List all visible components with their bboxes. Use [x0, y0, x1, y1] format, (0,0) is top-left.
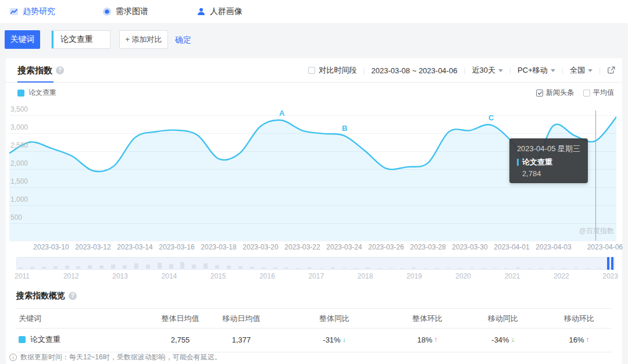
- sparkline-bar: [273, 267, 277, 269]
- sparkline-bar: [158, 263, 162, 269]
- card-header: 搜索指数 对比时间段 2023-03-08 ~ 2023-04-06 近30天: [6, 58, 622, 83]
- crosshair-line: [595, 110, 596, 241]
- news-marker-C[interactable]: C: [488, 113, 494, 122]
- nav-item-demand-graph[interactable]: 需求图谱: [102, 0, 148, 23]
- sparkline-bar: [99, 266, 104, 269]
- radar-dot-icon: [102, 7, 112, 16]
- x-axis-label: 2023-03-12: [75, 243, 110, 251]
- legend-row: 论文查重 新闻头条 平均值: [6, 83, 622, 102]
- timeline-year-label: 2023: [602, 272, 618, 280]
- x-axis-label: 2023-04-06: [587, 243, 623, 251]
- sparkline-bar: [65, 266, 69, 269]
- x-axis-label: 2023-03-20: [242, 243, 278, 251]
- x-axis-label: 2023-03-24: [326, 243, 362, 251]
- keyword-input-box: [51, 30, 110, 49]
- sparkline-bar: [539, 268, 543, 269]
- x-axis-label: 2023-03-18: [201, 243, 236, 251]
- sparkline-bar: [204, 263, 208, 269]
- x-axis-labels: 2023-03-102023-03-122023-03-142023-03-16…: [6, 243, 622, 252]
- col-overall-daily: 整体日均值: [151, 313, 209, 324]
- row-mobile-mom: 16%↑: [547, 336, 612, 344]
- sparkline-bar: [354, 268, 358, 269]
- sparkline-bar: [19, 267, 23, 269]
- news-marker-B[interactable]: B: [342, 124, 347, 133]
- y-axis-label: 2,000: [10, 159, 28, 167]
- help-icon[interactable]: [69, 292, 77, 300]
- toggle-label: 平均值: [593, 88, 614, 98]
- tooltip-date: 2023-04-05 星期三: [517, 144, 580, 154]
- chevron-down-icon: [498, 69, 503, 72]
- legend-swatch: [17, 90, 24, 97]
- col-mobile-mom: 移动环比: [547, 313, 612, 324]
- sparkline-bar: [597, 268, 601, 269]
- tab-search-index[interactable]: 搜索指数: [17, 58, 64, 83]
- sparkline-bar: [527, 268, 531, 269]
- col-mobile-daily: 移动日均值: [209, 313, 273, 324]
- time-range-select[interactable]: 近30天: [472, 65, 503, 76]
- overview-table-row: 论文查重 2,755 1,377 -31%↓ 18%↑ -34%↓ 16%↑: [16, 327, 612, 352]
- x-axis-label: 2023-03-30: [452, 243, 487, 251]
- timeline-year-labels: 2011201220132014201520162017201820192020…: [16, 272, 615, 281]
- trend-chart-plot[interactable]: 2023-04-05 星期三 论文查重 2,784 @百度指数 5001,000…: [9, 108, 616, 241]
- date-range[interactable]: 2023-03-08 ~ 2023-04-06: [372, 66, 458, 75]
- tab-label: 搜索指数: [17, 58, 52, 83]
- timeline-year-label: 2011: [15, 272, 30, 280]
- nav-label: 人群画像: [210, 6, 242, 17]
- row-keyword-label: 论文查重: [30, 334, 60, 345]
- sparkline-bar: [377, 268, 381, 269]
- legend-label: 论文查重: [28, 88, 56, 98]
- help-icon[interactable]: [56, 66, 64, 74]
- sparkline-bar: [42, 267, 46, 269]
- sparkline-bar: [111, 265, 115, 269]
- sparkline-bar: [88, 265, 92, 269]
- sparkline-bar: [169, 264, 173, 269]
- news-marker-A[interactable]: A: [279, 109, 284, 117]
- info-icon: [9, 354, 17, 361]
- keyword-input[interactable]: [53, 35, 110, 44]
- y-axis-label: 2,500: [10, 141, 28, 149]
- news-headlines-toggle[interactable]: 新闻头条: [536, 88, 574, 98]
- row-mobile-yoy: -34%↓: [459, 336, 547, 344]
- timeline-year-label: 2020: [455, 272, 471, 280]
- sparkline-bar: [308, 267, 312, 269]
- watermark: @百度指数: [579, 226, 614, 236]
- scrubber-handle-right[interactable]: [611, 257, 613, 270]
- y-axis-label: 500: [10, 213, 22, 222]
- sparkline-bar: [30, 267, 34, 269]
- sparkline-bar: [412, 267, 416, 269]
- x-axis-label: 2023-04-03: [536, 243, 571, 251]
- sparkline-bar: [319, 268, 323, 269]
- sparkline-bar: [76, 266, 80, 269]
- tooltip-series-color: [517, 159, 519, 166]
- x-axis-label: 2023-04-01: [494, 243, 529, 251]
- confirm-link[interactable]: 确定: [175, 35, 191, 45]
- compare-period-checkbox[interactable]: 对比时间段: [308, 65, 356, 76]
- series-legend[interactable]: 论文查重: [17, 88, 56, 98]
- chevron-down-icon: [551, 69, 555, 72]
- data-update-footnote: 数据更新时间：每天12~16时，受数据波动影响，可能会有延迟。: [9, 352, 222, 362]
- y-axis-label: 1,000: [10, 195, 28, 204]
- timeline-scrubber[interactable]: [16, 257, 615, 270]
- y-axis-label: 1,500: [10, 177, 28, 185]
- external-link-icon[interactable]: [607, 66, 615, 74]
- tooltip-value: 2,784: [517, 169, 580, 178]
- nav-item-crowd-portrait[interactable]: 人群画像: [197, 0, 242, 23]
- scrubber-handle-left[interactable]: [607, 257, 609, 270]
- keyword-button[interactable]: 关键词: [5, 30, 40, 49]
- add-compare-button[interactable]: + 添加对比: [119, 30, 168, 49]
- col-keyword: 关键词: [16, 313, 151, 324]
- average-toggle[interactable]: 平均值: [583, 88, 614, 98]
- compare-period-label: 对比时间段: [319, 65, 356, 76]
- sparkline-bar: [296, 268, 300, 269]
- device-select[interactable]: PC+移动: [518, 65, 555, 76]
- divider: [509, 66, 511, 74]
- row-overall-mom: 18%↑: [395, 336, 459, 344]
- region-select[interactable]: 全国: [570, 65, 593, 76]
- timeline-year-label: 2012: [63, 272, 79, 280]
- search-index-card: 搜索指数 对比时间段 2023-03-08 ~ 2023-04-06 近30天: [6, 58, 622, 364]
- nav-item-trend-research[interactable]: 趋势研究: [9, 0, 55, 23]
- checkbox-icon: [583, 90, 590, 97]
- sparkline-bar: [504, 268, 508, 269]
- checkbox-icon: [308, 67, 315, 74]
- chart-controls: 对比时间段 2023-03-08 ~ 2023-04-06 近30天 PC+移动…: [308, 58, 615, 83]
